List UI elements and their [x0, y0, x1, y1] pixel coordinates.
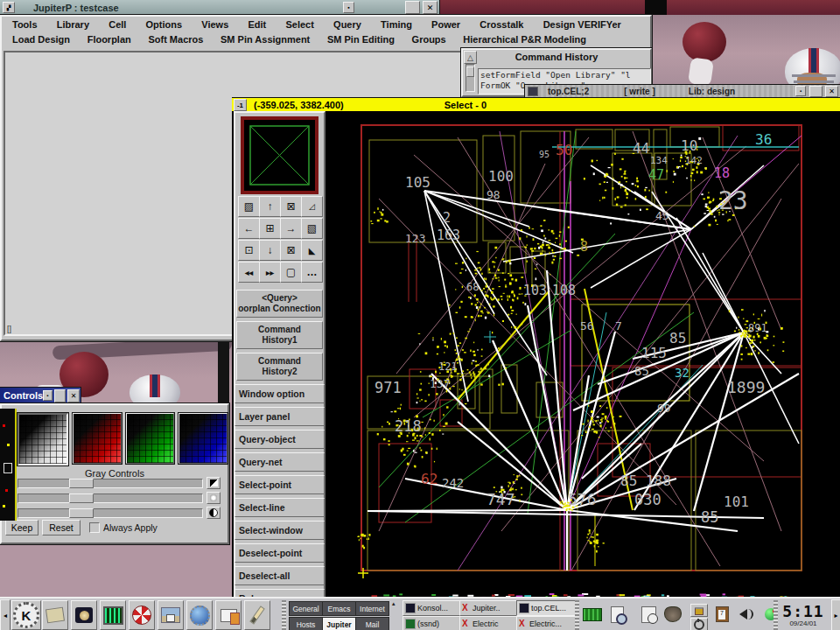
menu-edit[interactable]: Edit: [247, 18, 269, 32]
show-desktop-icon[interactable]: [42, 600, 68, 630]
emacs-gnu-icon[interactable]: [662, 604, 683, 625]
power-icon[interactable]: [690, 618, 708, 630]
editor-pen-icon[interactable]: [244, 600, 270, 630]
deselect-point-button[interactable]: Deselect-point: [234, 543, 325, 563]
clock-applet[interactable]: 5:11 09/24/01: [779, 600, 828, 630]
controls-titlebar[interactable]: Controls ▪ ✕: [0, 388, 80, 403]
maximize-icon[interactable]: [405, 1, 420, 14]
konqueror-globe-icon[interactable]: [186, 600, 213, 630]
brightness-slider-thumb[interactable]: [69, 494, 94, 503]
status-corner-button[interactable]: -1: [234, 99, 247, 111]
panel-hide-left[interactable]: ◂: [0, 599, 10, 630]
menu-timing[interactable]: Timing: [379, 18, 414, 32]
window-option-button[interactable]: Window option: [234, 384, 325, 403]
contrast-slider-thumb[interactable]: [69, 508, 94, 518]
menu-query[interactable]: Query: [332, 18, 363, 32]
select-point-button[interactable]: Select-point: [234, 475, 325, 494]
contrast-slider[interactable]: [18, 508, 203, 518]
konsole-icon[interactable]: [71, 600, 97, 630]
toolbar-floorplan[interactable]: Floorplan: [86, 32, 133, 46]
fill-mode-icon[interactable]: ◣: [301, 240, 323, 261]
toolbar-load-design[interactable]: Load Design: [10, 32, 72, 46]
reset-button[interactable]: Reset: [42, 520, 80, 536]
menu-cell[interactable]: Cell: [107, 18, 128, 32]
task-ssnd[interactable]: (ssnd): [402, 616, 462, 630]
brightness-slider[interactable]: [18, 494, 203, 503]
toolbar-sm-pin-assignment[interactable]: SM Pin Assignment: [219, 32, 312, 46]
pager-emacs[interactable]: Emacs: [322, 601, 356, 616]
menu-tools[interactable]: Tools: [10, 18, 39, 32]
select-line-button[interactable]: Select-line: [234, 498, 325, 517]
menu-library[interactable]: Library: [55, 18, 91, 32]
window-menu-icon[interactable]: ▞: [3, 2, 15, 13]
menu-views[interactable]: Views: [200, 18, 230, 32]
command-history1-button[interactable]: Command History1: [236, 321, 323, 349]
menu-power[interactable]: Power: [430, 18, 462, 32]
toolbar-groups[interactable]: Groups: [410, 32, 448, 46]
task-electric-2[interactable]: XElectric...: [516, 616, 576, 630]
cell-window-titlebar[interactable]: top.CEL;2 [ write ] Lib: design ▪ ✕: [525, 85, 840, 97]
volume-icon[interactable]: [736, 604, 757, 625]
toolbar-hier-pr-modeling[interactable]: Hierarchical P&R Modeling: [461, 32, 588, 46]
scroll-right-icon[interactable]: →: [280, 218, 302, 239]
query-floorplan-connection-button[interactable]: <Query> oorplan Connection: [236, 290, 323, 318]
pager-internet[interactable]: Internet: [355, 601, 389, 616]
menu-select[interactable]: Select: [284, 18, 315, 32]
minimize-icon[interactable]: ▪: [795, 86, 806, 96]
layout-canvas-svg[interactable]: 1051009821635095441013414247451836231231…: [326, 111, 840, 604]
task-jupiter[interactable]: XJupiter..: [459, 600, 519, 616]
command-history2-button[interactable]: Command History2: [236, 353, 323, 381]
deselect-all-button[interactable]: Deselect-all: [234, 566, 325, 585]
maximize-icon[interactable]: [54, 389, 66, 402]
window-select-icon[interactable]: ▢: [280, 262, 302, 283]
system-monitor-icon[interactable]: [100, 600, 126, 630]
home-folder-icon[interactable]: [158, 600, 184, 630]
maximize-icon[interactable]: [809, 86, 822, 97]
close-icon[interactable]: ✕: [825, 86, 838, 97]
scroll-up-icon[interactable]: ↑: [259, 196, 281, 217]
panel-hide-right[interactable]: ▸: [831, 599, 840, 630]
lock-icon[interactable]: [690, 604, 708, 617]
network-card-icon[interactable]: [582, 604, 603, 625]
pager-hosts[interactable]: Hosts: [289, 617, 323, 630]
klipper-icon[interactable]: 7: [711, 604, 732, 625]
query-object-button[interactable]: Query-object: [234, 430, 325, 449]
task-top-cel[interactable]: top.CEL...: [516, 600, 576, 616]
mail-stack-icon[interactable]: [215, 600, 242, 630]
more-options-icon[interactable]: …: [301, 262, 323, 283]
help-lifebuoy-icon[interactable]: [129, 600, 155, 630]
previous-view-icon[interactable]: ◀◀: [238, 262, 260, 283]
scroll-down-icon[interactable]: ↓: [259, 240, 281, 261]
blue-swatch[interactable]: [178, 413, 228, 464]
keep-button[interactable]: Keep: [5, 520, 38, 536]
scroll-up-icon[interactable]: △: [464, 51, 477, 64]
task-electric-1[interactable]: XElectric: [459, 616, 519, 630]
task-konsole[interactable]: Konsol...: [402, 600, 462, 616]
find-files-icon[interactable]: [606, 604, 627, 625]
gray-swatch[interactable]: [18, 413, 68, 466]
pager-expand-icon[interactable]: ▴: [392, 600, 396, 607]
menu-options[interactable]: Options: [144, 18, 185, 32]
redraw-corner-icon[interactable]: ◿: [301, 196, 323, 217]
overview-thumbnail[interactable]: [241, 116, 318, 194]
zoom-fit-icon[interactable]: ⊡: [238, 240, 260, 261]
close-icon[interactable]: ✕: [423, 1, 438, 14]
select-window-button[interactable]: Select-window: [234, 521, 325, 540]
gamma-slider[interactable]: [18, 479, 203, 488]
pager-jupiter[interactable]: Jupiter: [322, 617, 356, 630]
redraw-icon[interactable]: ▧: [301, 218, 323, 239]
red-swatch[interactable]: [73, 413, 122, 464]
organizer-icon[interactable]: [638, 604, 659, 625]
pager-mail[interactable]: Mail: [355, 617, 389, 630]
main-window-titlebar[interactable]: ▞ JupiterP : testcase ▪ ✕: [0, 0, 439, 15]
kmenu-button[interactable]: K: [11, 600, 41, 630]
menu-design-verifyer[interactable]: Design VERIFYer: [542, 18, 623, 32]
minimize-icon[interactable]: ▪: [343, 2, 354, 13]
query-net-button[interactable]: Query-net: [234, 452, 325, 472]
gamma-slider-thumb[interactable]: [69, 479, 94, 488]
zoom-in-icon[interactable]: ⊞: [259, 218, 281, 239]
always-apply-checkbox[interactable]: [89, 522, 100, 533]
close-icon[interactable]: ✕: [67, 389, 80, 402]
minimize-icon[interactable]: ▪: [43, 390, 52, 401]
pager-general[interactable]: General: [289, 601, 323, 616]
